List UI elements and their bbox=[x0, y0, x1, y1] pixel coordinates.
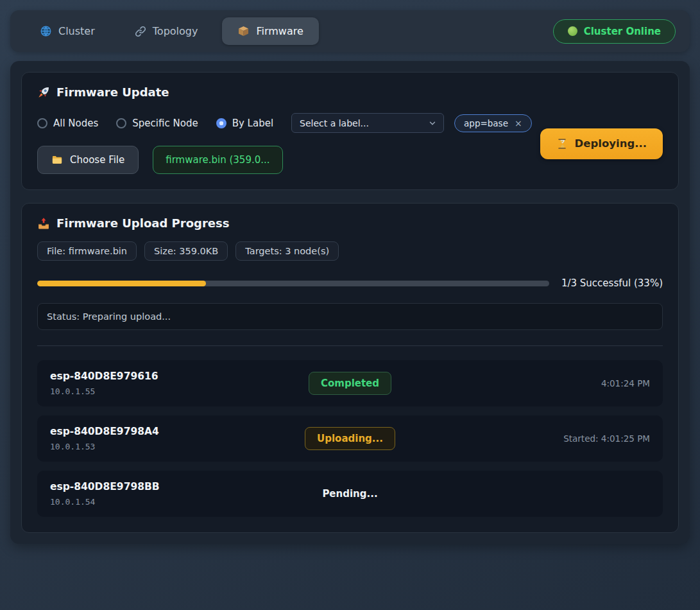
node-ip: 10.0.1.53 bbox=[50, 442, 305, 451]
target-select-row: All Nodes Specific Node By Label Select … bbox=[37, 113, 532, 133]
node-status-badge: Pending... bbox=[311, 483, 389, 505]
tab-cluster-label: Cluster bbox=[58, 25, 95, 37]
deploy-button-label: Deploying... bbox=[575, 137, 647, 150]
tab-cluster[interactable]: Cluster bbox=[24, 17, 110, 45]
choose-file-label: Choose File bbox=[70, 154, 124, 166]
selected-file-chip: firmware.bin (359.0... bbox=[153, 146, 282, 174]
node-row: esp-840D8E9798BB 10.0.1.54 Pending... bbox=[37, 471, 663, 517]
radio-specific-node-input[interactable] bbox=[116, 118, 126, 128]
radio-by-label-label: By Label bbox=[232, 118, 273, 129]
node-name: esp-840D8E9798BB bbox=[50, 481, 311, 492]
radio-all-nodes[interactable]: All Nodes bbox=[37, 118, 98, 129]
node-ip: 10.0.1.55 bbox=[50, 387, 309, 396]
node-time: 4:01:24 PM bbox=[601, 378, 650, 388]
tag-remove-icon[interactable]: × bbox=[515, 119, 522, 128]
radio-specific-node[interactable]: Specific Node bbox=[116, 118, 198, 129]
progress-label: 1/3 Successful (33%) bbox=[561, 277, 663, 289]
tab-firmware[interactable]: Firmware bbox=[222, 17, 318, 45]
globe-icon bbox=[40, 25, 52, 37]
tab-firmware-label: Firmware bbox=[256, 25, 303, 37]
file-meta-badge: File: firmware.bin bbox=[37, 241, 137, 261]
node-ip: 10.0.1.54 bbox=[50, 497, 311, 507]
outbox-tray-icon bbox=[37, 217, 50, 230]
link-icon bbox=[135, 26, 146, 37]
upload-progress-title-text: Firmware Upload Progress bbox=[56, 216, 229, 230]
section-divider bbox=[37, 345, 663, 346]
radio-all-nodes-input[interactable] bbox=[37, 118, 47, 128]
node-identity: esp-840D8E979616 10.0.1.55 bbox=[50, 370, 309, 396]
main-panel: Firmware Update All Nodes Specific Node … bbox=[10, 61, 690, 544]
rocket-icon bbox=[37, 86, 50, 99]
update-body: All Nodes Specific Node By Label Select … bbox=[37, 113, 663, 174]
progress-fill bbox=[37, 281, 206, 286]
label-tag-app-base[interactable]: app=base × bbox=[454, 114, 532, 132]
firmware-update-title: Firmware Update bbox=[37, 85, 663, 99]
node-identity: esp-840D8E9798A4 10.0.1.53 bbox=[50, 426, 305, 451]
radio-all-nodes-label: All Nodes bbox=[53, 118, 98, 129]
node-row: esp-840D8E9798A4 10.0.1.53 Uploading... … bbox=[37, 415, 663, 462]
label-tag-text: app=base bbox=[464, 118, 508, 128]
node-row: esp-840D8E979616 10.0.1.55 Completed 4:0… bbox=[37, 360, 663, 406]
node-list: esp-840D8E979616 10.0.1.55 Completed 4:0… bbox=[37, 360, 663, 517]
upload-status-message: Status: Preparing upload... bbox=[37, 303, 663, 330]
hourglass-icon bbox=[556, 138, 568, 150]
size-meta-badge: Size: 359.0KB bbox=[144, 241, 228, 261]
deploy-button[interactable]: Deploying... bbox=[540, 128, 663, 159]
progress-row: 1/3 Successful (33%) bbox=[37, 277, 663, 289]
firmware-update-card: Firmware Update All Nodes Specific Node … bbox=[21, 72, 679, 190]
targets-meta-badge: Targets: 3 node(s) bbox=[235, 241, 339, 261]
node-name: esp-840D8E9798A4 bbox=[50, 426, 305, 437]
node-status-badge: Uploading... bbox=[305, 427, 395, 450]
cluster-online-badge: Cluster Online bbox=[553, 19, 676, 44]
radio-by-label[interactable]: By Label bbox=[216, 118, 273, 129]
node-status-badge: Completed bbox=[309, 372, 391, 395]
upload-meta-row: File: firmware.bin Size: 359.0KB Targets… bbox=[37, 241, 663, 261]
top-navbar: Cluster Topology Firmware bbox=[10, 10, 690, 52]
label-select-value: Select a label... bbox=[300, 118, 369, 128]
choose-file-button[interactable]: Choose File bbox=[37, 146, 139, 174]
chevron-down-icon bbox=[428, 119, 437, 128]
upload-progress-card: Firmware Upload Progress File: firmware.… bbox=[21, 203, 679, 533]
tab-topology[interactable]: Topology bbox=[119, 17, 214, 45]
nav-tabs: Cluster Topology Firmware bbox=[24, 17, 319, 45]
upload-progress-title: Firmware Upload Progress bbox=[37, 216, 663, 230]
progress-bar bbox=[37, 281, 549, 286]
node-time: Started: 4:01:25 PM bbox=[563, 433, 650, 444]
radio-by-label-input[interactable] bbox=[216, 118, 226, 128]
label-select-dropdown[interactable]: Select a label... bbox=[291, 113, 444, 133]
file-row: Choose File firmware.bin (359.0... bbox=[37, 146, 532, 174]
package-icon bbox=[237, 25, 250, 37]
tab-topology-label: Topology bbox=[153, 25, 198, 37]
folder-icon bbox=[51, 154, 63, 166]
selected-file-label: firmware.bin (359.0... bbox=[166, 154, 269, 166]
cluster-online-label: Cluster Online bbox=[584, 26, 661, 37]
update-controls: All Nodes Specific Node By Label Select … bbox=[37, 113, 532, 174]
radio-specific-node-label: Specific Node bbox=[132, 118, 198, 129]
green-dot-icon bbox=[568, 26, 577, 36]
node-name: esp-840D8E979616 bbox=[50, 370, 309, 382]
node-identity: esp-840D8E9798BB 10.0.1.54 bbox=[50, 481, 311, 507]
firmware-update-title-text: Firmware Update bbox=[56, 85, 169, 99]
